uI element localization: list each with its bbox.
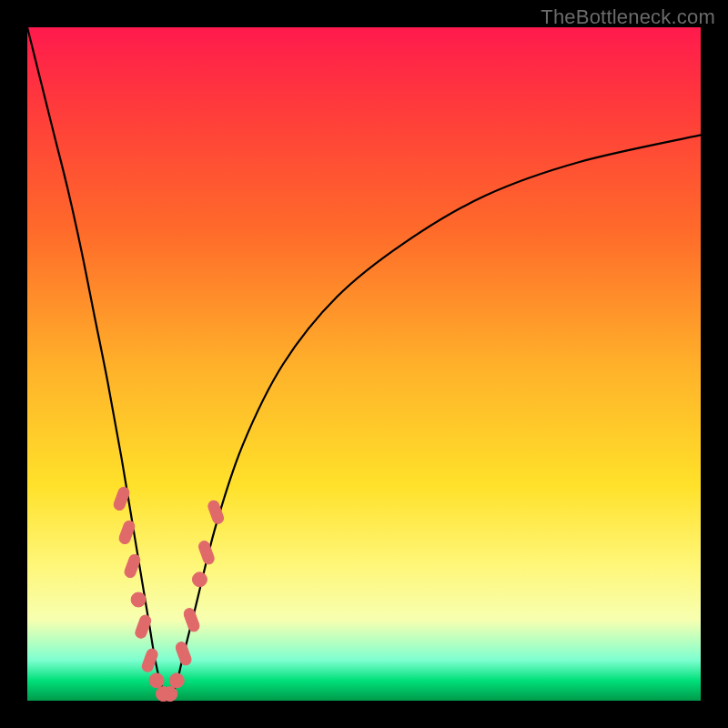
bottleneck-curve-svg <box>27 27 701 701</box>
curve-marker <box>197 540 216 566</box>
curve-marker <box>163 687 177 702</box>
curve-marker <box>182 607 200 633</box>
plot-area <box>27 27 701 701</box>
bottleneck-curve-path <box>27 27 701 694</box>
curve-marker <box>175 641 193 667</box>
curve-marker <box>169 673 184 688</box>
curve-marker <box>131 592 146 607</box>
curve-marker <box>192 572 207 587</box>
chart-frame: TheBottleneck.com <box>0 0 728 728</box>
curve-marker <box>149 673 164 688</box>
marker-layer <box>113 486 226 702</box>
watermark-label: TheBottleneck.com <box>541 5 715 29</box>
